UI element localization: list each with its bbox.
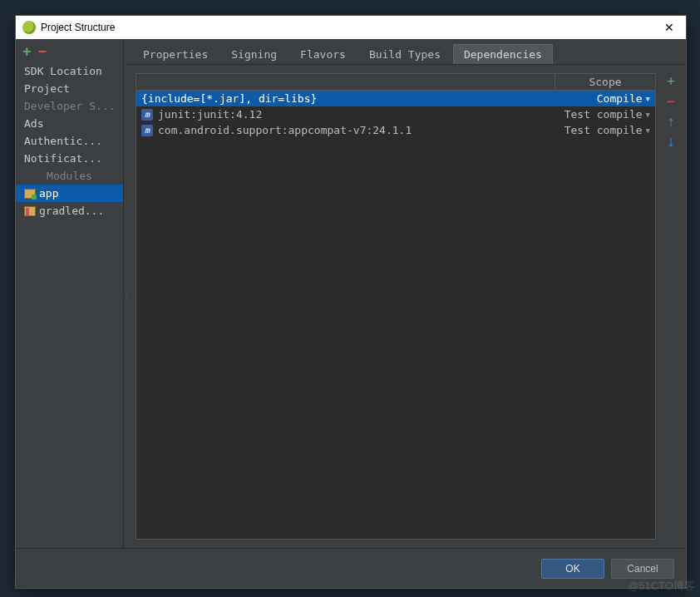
- scope-cell[interactable]: Test compile▼: [550, 108, 650, 121]
- sidebar-item[interactable]: Notificat...: [16, 150, 123, 167]
- move-up-icon[interactable]: ↑: [668, 115, 675, 128]
- sidebar: + − SDK LocationProjectDeveloper S...Ads…: [16, 39, 124, 548]
- module-label: app: [39, 187, 58, 200]
- modules-divider: Modules: [16, 167, 123, 185]
- tab[interactable]: Properties: [132, 44, 219, 64]
- chevron-down-icon: ▼: [646, 95, 650, 103]
- close-icon[interactable]: ✕: [659, 21, 679, 34]
- tabs: PropertiesSigningFlavorsBuild TypesDepen…: [127, 39, 686, 65]
- table-row[interactable]: mjunit:junit:4.12Test compile▼: [136, 106, 655, 122]
- dialog-footer: OK Cancel: [16, 548, 686, 588]
- dependency-cell: {include=[*.jar], dir=libs}: [141, 92, 550, 105]
- remove-module-icon[interactable]: −: [38, 46, 47, 57]
- sidebar-item[interactable]: Project: [16, 80, 123, 97]
- chevron-down-icon: ▼: [646, 111, 650, 119]
- sidebar-item[interactable]: Developer S...: [16, 97, 123, 115]
- dependency-cell: mcom.android.support:appcompat-v7:24.1.1: [141, 124, 550, 136]
- table-row[interactable]: {include=[*.jar], dir=libs}Compile▼: [136, 91, 655, 106]
- maven-icon: m: [141, 109, 153, 121]
- window-title: Project Structure: [41, 22, 659, 33]
- maven-icon: m: [141, 125, 153, 136]
- module-icon: [24, 189, 36, 199]
- scope-label: Test compile: [564, 108, 643, 121]
- table-row[interactable]: mcom.android.support:appcompat-v7:24.1.1…: [136, 122, 655, 138]
- dialog-content: + − SDK LocationProjectDeveloper S...Ads…: [16, 39, 686, 548]
- cancel-button[interactable]: Cancel: [611, 559, 674, 579]
- sidebar-item[interactable]: SDK Location: [16, 62, 123, 80]
- sidebar-module[interactable]: gradled...: [16, 202, 123, 220]
- sidebar-item[interactable]: Ads: [16, 115, 123, 132]
- table-side-actions: + − ↑ ↓: [661, 73, 681, 540]
- move-down-icon[interactable]: ↓: [668, 135, 675, 148]
- split-handle[interactable]: [124, 39, 127, 548]
- add-module-icon[interactable]: +: [22, 46, 32, 57]
- tab[interactable]: Flavors: [289, 44, 357, 64]
- sidebar-toolbar: + −: [16, 42, 123, 62]
- col-dependency[interactable]: [136, 74, 555, 90]
- tab[interactable]: Signing: [220, 44, 288, 64]
- dependencies-table: Scope {include=[*.jar], dir=libs}Compile…: [136, 73, 656, 540]
- scope-label: Test compile: [564, 124, 643, 136]
- table-header: Scope: [136, 74, 655, 91]
- android-studio-icon: [22, 21, 36, 34]
- add-dependency-icon[interactable]: +: [667, 75, 676, 88]
- scope-cell[interactable]: Test compile▼: [550, 124, 650, 136]
- chevron-down-icon: ▼: [646, 126, 650, 135]
- sidebar-module[interactable]: app: [16, 185, 123, 202]
- module-label: gradled...: [39, 205, 104, 217]
- titlebar: Project Structure ✕: [16, 16, 686, 39]
- dependency-label: {include=[*.jar], dir=libs}: [141, 92, 317, 105]
- ok-button[interactable]: OK: [541, 559, 604, 579]
- tab[interactable]: Dependencies: [453, 44, 553, 64]
- dependency-label: junit:junit:4.12: [158, 108, 262, 121]
- scope-cell[interactable]: Compile▼: [550, 92, 650, 105]
- dependency-label: com.android.support:appcompat-v7:24.1.1: [158, 124, 412, 136]
- remove-dependency-icon[interactable]: −: [667, 95, 676, 108]
- col-scope[interactable]: Scope: [555, 74, 655, 90]
- scope-label: Compile: [597, 92, 643, 105]
- sidebar-item[interactable]: Authentic...: [16, 132, 123, 150]
- module-icon: [24, 206, 36, 216]
- tab[interactable]: Build Types: [358, 44, 451, 64]
- dependencies-panel: Scope {include=[*.jar], dir=libs}Compile…: [127, 65, 686, 548]
- main-panel: PropertiesSigningFlavorsBuild TypesDepen…: [127, 39, 686, 548]
- dependency-cell: mjunit:junit:4.12: [141, 108, 550, 121]
- table-body: {include=[*.jar], dir=libs}Compile▼mjuni…: [136, 91, 655, 539]
- project-structure-dialog: Project Structure ✕ + − SDK LocationProj…: [15, 15, 687, 589]
